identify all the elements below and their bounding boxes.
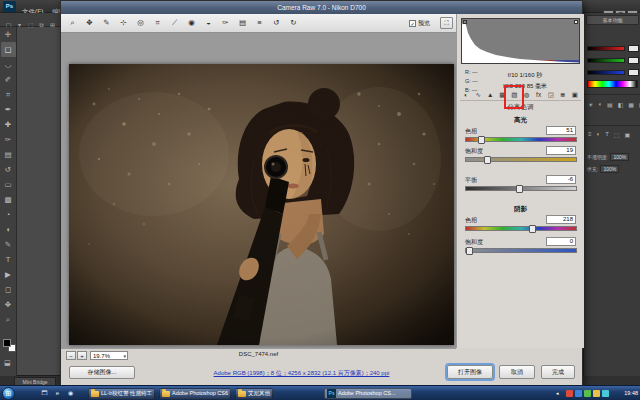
red-eye-tool-icon[interactable]: ◒ <box>200 16 217 30</box>
eraser-tool[interactable]: ▭ <box>1 177 16 192</box>
zoom-level-select[interactable]: 19.7%▾ <box>90 351 128 360</box>
tab-basic[interactable]: ◐ <box>460 89 472 100</box>
pen-tool[interactable]: ✎ <box>1 237 16 252</box>
shape-tool[interactable]: ◻ <box>1 282 16 297</box>
taskbar-folder-button[interactable]: Adobe Photoshop CS6 <box>159 388 231 399</box>
adjustment-icon[interactable]: ☀ <box>588 101 593 108</box>
slider-handle[interactable] <box>516 185 523 193</box>
preview-toggle[interactable]: ✓ 预览 <box>409 19 430 28</box>
option-icon[interactable]: ⊞ <box>47 18 58 32</box>
open-image-button[interactable]: 打开图像 <box>447 365 493 379</box>
slider-handle[interactable] <box>484 156 491 164</box>
tray-volume-icon[interactable] <box>584 390 591 397</box>
balance-slider[interactable] <box>465 186 577 191</box>
option-icon[interactable]: ⬚ <box>25 18 36 32</box>
layers-filter-icon[interactable]: ≡ <box>588 131 592 138</box>
fill-value[interactable]: 100% <box>600 165 619 173</box>
graduated-filter-tool-icon[interactable]: ▤ <box>234 16 251 30</box>
quicklaunch-media-icon[interactable]: ◉ <box>66 389 75 398</box>
color-sampler-tool-icon[interactable]: ⊹ <box>115 16 132 30</box>
zoom-in-button[interactable]: + <box>77 351 87 360</box>
taskbar-app-button-photoshop[interactable]: Ps Adobe Photoshop CS... <box>324 388 412 399</box>
brush-tool[interactable]: ✑ <box>1 132 16 147</box>
spot-removal-tool-icon[interactable]: ◉ <box>183 16 200 30</box>
blur-tool[interactable]: ◔ <box>1 207 16 222</box>
straighten-tool-icon[interactable]: ⟋ <box>166 16 183 30</box>
tab-tone-curve[interactable]: ∿ <box>472 89 484 100</box>
tray-network-icon[interactable] <box>575 390 582 397</box>
shadow-hue-slider[interactable] <box>465 226 577 231</box>
path-selection-tool[interactable]: ▶ <box>1 267 16 282</box>
shadow-clip-indicator-icon[interactable] <box>463 20 467 24</box>
foreground-color-swatch[interactable] <box>3 339 11 347</box>
quick-selection-tool[interactable]: ✐ <box>1 72 16 87</box>
done-button[interactable]: 完成 <box>541 365 575 379</box>
color-value-green[interactable] <box>628 57 639 64</box>
highlight-clip-indicator-icon[interactable] <box>574 20 578 24</box>
taskbar-folder-button[interactable]: LL-lr校红警 性感特工 <box>88 388 155 399</box>
hand-tool[interactable]: ✥ <box>1 297 16 312</box>
clone-stamp-tool[interactable]: ▤ <box>1 147 16 162</box>
highlight-hue-value[interactable]: 51 <box>546 126 576 135</box>
tray-ime-icon[interactable] <box>602 390 609 397</box>
layers-filter-icon[interactable]: ⬚ <box>614 131 620 138</box>
quicklaunch-explorer-icon[interactable]: 🗔 <box>40 389 49 398</box>
shadow-hue-value[interactable]: 218 <box>546 215 576 224</box>
adjustment-brush-tool-icon[interactable]: ✑ <box>217 16 234 30</box>
history-brush-tool[interactable]: ↺ <box>1 162 16 177</box>
shadow-saturation-slider[interactable] <box>465 248 577 253</box>
zoom-out-button[interactable]: − <box>66 351 76 360</box>
layers-filter-icon[interactable]: T <box>605 131 609 138</box>
tab-camera-calibration[interactable]: ◲ <box>545 89 557 100</box>
hand-tool-icon[interactable]: ✥ <box>81 16 98 30</box>
tab-presets[interactable]: ≣ <box>557 89 569 100</box>
move-tool[interactable]: ✛ <box>1 27 16 42</box>
slider-handle[interactable] <box>478 136 485 144</box>
tray-antivirus-icon[interactable] <box>566 390 573 397</box>
taskbar-clock[interactable]: 19:48 <box>624 386 638 400</box>
tab-snapshots[interactable]: ▣ <box>569 89 581 100</box>
color-value-red[interactable] <box>628 45 639 52</box>
adjustment-icon[interactable]: ▤ <box>607 101 613 108</box>
color-slider-green[interactable] <box>587 58 625 63</box>
crop-tool[interactable]: ⌗ <box>1 87 16 102</box>
zoom-tool[interactable]: ⌕ <box>1 312 16 327</box>
color-ramp[interactable] <box>587 80 638 88</box>
quicklaunch-ie-icon[interactable]: e <box>53 389 62 398</box>
type-tool[interactable]: T <box>1 252 16 267</box>
lasso-tool[interactable]: ◡ <box>1 57 16 72</box>
dodge-tool[interactable]: ◖ <box>1 222 16 237</box>
zoom-tool-icon[interactable]: ⌕ <box>64 16 81 30</box>
workspace-switcher-button[interactable]: 基本功能 <box>586 15 639 25</box>
tab-effects[interactable]: fx <box>533 89 545 100</box>
tray-expand-icon[interactable]: ◂ <box>556 390 559 396</box>
start-button[interactable]: ⊞ <box>2 387 15 400</box>
adjustment-icon[interactable]: ◧ <box>618 101 624 108</box>
gradient-tool[interactable]: ▩ <box>1 192 16 207</box>
photo-preview[interactable] <box>69 64 454 345</box>
balance-value[interactable]: -6 <box>546 175 576 184</box>
cancel-button[interactable]: 取消 <box>499 365 535 379</box>
crop-tool-icon[interactable]: ⌗ <box>149 16 166 30</box>
healing-brush-tool[interactable]: ✚ <box>1 117 16 132</box>
rotate-left-icon[interactable]: ↺ <box>268 16 285 30</box>
eyedropper-tool[interactable]: ✒ <box>1 102 16 117</box>
adjustment-icon[interactable]: ▦ <box>628 101 634 108</box>
highlight-saturation-slider[interactable] <box>465 157 577 162</box>
targeted-adjustment-tool-icon[interactable]: ◎ <box>132 16 149 30</box>
layers-filter-icon[interactable]: ▣ <box>624 131 630 138</box>
taskbar-folder-button[interactable]: 艾尼其他 <box>235 388 273 399</box>
save-image-button[interactable]: 存储图像... <box>69 366 135 379</box>
adjustment-icon[interactable]: ◐ <box>598 101 602 108</box>
slider-handle[interactable] <box>529 225 536 233</box>
option-icon[interactable]: ⧉ <box>36 18 47 32</box>
screen-mode-icon[interactable]: ⬓ <box>4 359 11 367</box>
color-value-blue[interactable] <box>628 69 639 76</box>
preferences-icon[interactable]: ≡ <box>251 16 268 30</box>
shadow-saturation-value[interactable]: 0 <box>546 237 576 246</box>
white-balance-tool-icon[interactable]: ✎ <box>98 16 115 30</box>
highlight-hue-slider[interactable] <box>465 137 577 142</box>
tray-update-icon[interactable] <box>593 390 600 397</box>
slider-handle[interactable] <box>466 247 473 255</box>
tab-detail[interactable]: ▲ <box>484 89 496 100</box>
